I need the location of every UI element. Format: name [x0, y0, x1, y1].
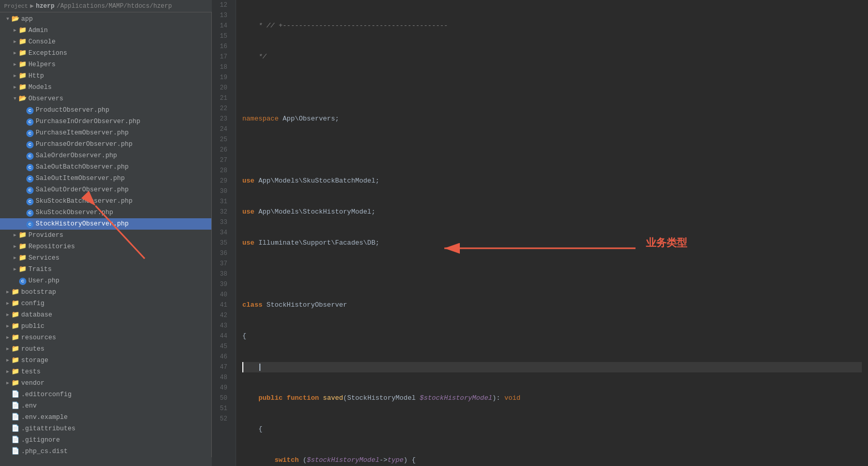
code-line: * // +----------------------------------… — [242, 21, 862, 31]
sidebar-item-label: Observers — [28, 94, 209, 104]
php-icon: C — [26, 185, 34, 195]
code-line: switch ($stockHistoryModel->type) { — [242, 455, 862, 465]
sidebar-item-label: PurchaseInOrderObserver.php — [36, 116, 209, 127]
arrow-exceptions: ▶ — [11, 48, 19, 58]
sidebar-item-routes[interactable]: ▶ 📁 routes — [0, 343, 211, 355]
file-icon: 📄 — [11, 412, 20, 423]
sidebar-item-exceptions[interactable]: ▶ 📁 Exceptions — [0, 48, 211, 59]
code-line: use Illuminate\Support\Facades\DB; — [242, 238, 862, 248]
sidebar-item-repositories[interactable]: ▶ 📁 Repositories — [0, 241, 211, 252]
sidebar-item-config[interactable]: ▶ 📁 config — [0, 298, 211, 309]
sidebar-item-label: Services — [28, 253, 209, 263]
sidebar-item-helpers[interactable]: ▶ 📁 Helpers — [0, 59, 211, 70]
code-area: 12 13 14 15 16 17 18 19 20 21 22 23 24 2… — [212, 0, 868, 466]
php-icon: C — [26, 196, 34, 206]
sidebar-item-public[interactable]: ▶ 📁 public — [0, 321, 211, 332]
arrow-observers: ▼ — [11, 94, 19, 104]
sidebar-item-http[interactable]: ▶ 📁 Http — [0, 70, 211, 82]
sidebar-item-env[interactable]: 📄 .env — [0, 400, 211, 412]
sidebar-item-database[interactable]: ▶ 📁 database — [0, 309, 211, 321]
sidebar-item-php-cs-dist[interactable]: 📄 .php_cs.dist — [0, 446, 211, 457]
sidebar-item-skustockobserver[interactable]: C SkuStockObserver.php — [0, 207, 211, 218]
sidebar-item-providers[interactable]: ▶ 📁 Providers — [0, 230, 211, 241]
arrow-services: ▶ — [11, 253, 19, 263]
sidebar-item-label: Providers — [28, 230, 209, 240]
arrow-repositories: ▶ — [11, 242, 19, 252]
sidebar-item-editorconfig[interactable]: 📄 .editorconfig — [0, 389, 211, 400]
breadcrumb-name: hzerp — [36, 3, 54, 10]
sidebar-item-resources[interactable]: ▶ 📁 resources — [0, 332, 211, 343]
sidebar-item-label: Traits — [28, 264, 209, 275]
code-content[interactable]: * // +----------------------------------… — [236, 0, 868, 466]
folder-icon: 📁 — [19, 59, 27, 70]
breadcrumb-sep1: ▶ — [30, 2, 34, 10]
sidebar-item-label: config — [21, 298, 209, 309]
sidebar-item-console[interactable]: ▶ 📁 Console — [0, 36, 211, 48]
arrow-public: ▶ — [4, 321, 11, 332]
breadcrumb-path: /Applications/MAMP/htdocs/hzerp — [56, 3, 172, 10]
sidebar-item-label: ProductObserver.php — [36, 105, 209, 115]
sidebar-item-label: PurchaseOrderObserver.php — [36, 139, 209, 149]
sidebar-item-bootstrap[interactable]: ▶ 📁 bootstrap — [0, 287, 211, 298]
sidebar-item-saleoutorderobserver[interactable]: C SaleOutOrderObserver.php — [0, 184, 211, 196]
php-icon: C — [26, 162, 34, 172]
sidebar-item-label: SkuStockBatchObserver.php — [36, 196, 209, 206]
sidebar-item-app[interactable]: ▼ 📂 app — [0, 13, 211, 25]
file-icon: 📄 — [11, 389, 20, 400]
sidebar-item-label: User.php — [28, 276, 209, 286]
code-line: { — [242, 331, 862, 341]
php-icon: C — [26, 105, 34, 115]
sidebar-item-admin[interactable]: ▶ 📁 Admin — [0, 25, 211, 36]
sidebar-item-env-example[interactable]: 📄 .env.example — [0, 412, 211, 423]
folder-icon: 📁 — [11, 344, 20, 354]
folder-icon: 📁 — [19, 242, 27, 252]
sidebar-item-purchaseitemobserver[interactable]: C PurchaseItemObserver.php — [0, 127, 211, 139]
sidebar-item-productobserver[interactable]: C ProductObserver.php — [0, 104, 211, 116]
sidebar-item-services[interactable]: ▶ 📁 Services — [0, 252, 211, 264]
folder-icon: 📁 — [19, 25, 27, 36]
sidebar-item-storage[interactable]: ▶ 📁 storage — [0, 355, 211, 366]
sidebar-item-purchaseinorderobserver[interactable]: C PurchaseInOrderObserver.php — [0, 116, 211, 127]
sidebar-item-label: SaleOutOrderObserver.php — [36, 185, 209, 195]
sidebar-item-observers[interactable]: ▼ 📂 Observers — [0, 93, 211, 104]
sidebar-item-models[interactable]: ▶ 📁 Models — [0, 82, 211, 93]
arrow-app: ▼ — [4, 14, 11, 24]
sidebar-item-skustockbatchobserver[interactable]: C SkuStockBatchObserver.php — [0, 196, 211, 207]
sidebar-item-user[interactable]: C User.php — [0, 275, 211, 287]
sidebar-item-gitignore[interactable]: 📄 .gitignore — [0, 434, 211, 446]
line-numbers: 12 13 14 15 16 17 18 19 20 21 22 23 24 2… — [212, 0, 236, 466]
sidebar-item-saleoutitemobserver[interactable]: C SaleOutItemObserver.php — [0, 173, 211, 184]
code-line — [242, 83, 862, 93]
sidebar-item-traits[interactable]: ▶ 📁 Traits — [0, 264, 211, 275]
php-icon: C — [26, 151, 34, 161]
code-editor[interactable]: 12 13 14 15 16 17 18 19 20 21 22 23 24 2… — [212, 0, 868, 466]
folder-icon: 📁 — [11, 321, 20, 332]
code-line: use App\Models\StockHistoryModel; — [242, 207, 862, 217]
folder-icon: 📁 — [11, 355, 20, 366]
sidebar-item-purchaseorderobserver[interactable]: C PurchaseOrderObserver.php — [0, 139, 211, 150]
folder-icon: 📁 — [19, 264, 27, 275]
php-icon: C — [19, 276, 27, 286]
file-icon: 📄 — [11, 435, 20, 445]
sidebar-item-tests[interactable]: ▶ 📁 tests — [0, 366, 211, 378]
folder-open-icon: 📂 — [11, 14, 20, 24]
sidebar-item-saleoutbatchobserver[interactable]: C SaleOutBatchObserver.php — [0, 161, 211, 173]
sidebar-item-label: Repositories — [28, 242, 209, 252]
folder-icon: 📁 — [11, 333, 20, 343]
sidebar-item-stockhistoryobserver[interactable]: C StockHistoryObserver.php — [0, 218, 211, 230]
folder-icon: 📁 — [19, 82, 27, 93]
arrow-bootstrap: ▶ — [4, 287, 11, 297]
sidebar-item-label: vendor — [21, 378, 209, 388]
sidebar-item-vendor[interactable]: ▶ 📁 vendor — [0, 378, 211, 389]
sidebar-item-label: public — [21, 321, 209, 332]
sidebar-item-label: Helpers — [28, 59, 209, 70]
folder-icon: 📁 — [19, 230, 27, 240]
sidebar-item-gitattributes[interactable]: 📄 .gitattributes — [0, 423, 211, 434]
sidebar-item-saleorderobserver[interactable]: C SaleOrderObserver.php — [0, 150, 211, 161]
folder-icon: 📁 — [19, 253, 27, 263]
sidebar-item-label: resources — [21, 333, 209, 343]
code-line: */ — [242, 52, 862, 62]
arrow-models: ▶ — [11, 82, 19, 93]
project-header: Project ▶ hzerp /Applications/MAMP/htdoc… — [0, 0, 212, 12]
sidebar-item-label: app — [21, 14, 209, 24]
